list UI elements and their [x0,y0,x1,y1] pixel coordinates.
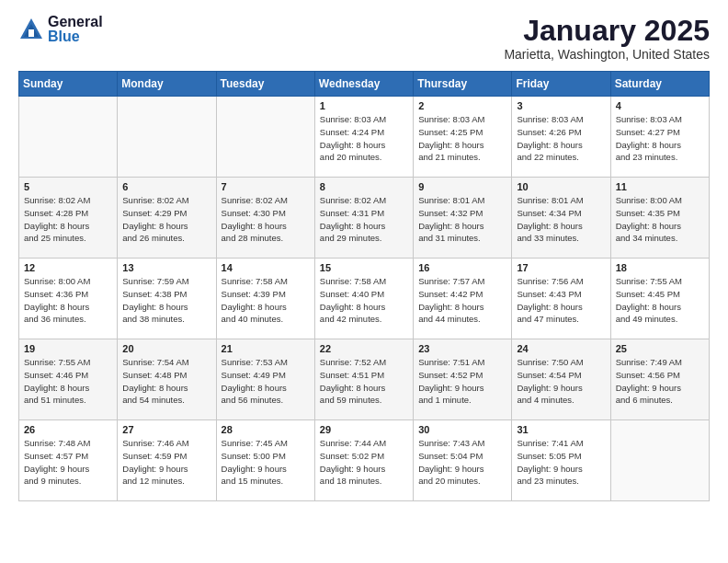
day-info: Sunrise: 8:03 AM Sunset: 4:27 PM Dayligh… [616,113,704,164]
day-info: Sunrise: 7:41 AM Sunset: 5:05 PM Dayligh… [517,437,605,488]
day-info: Sunrise: 7:58 AM Sunset: 4:40 PM Dayligh… [320,275,408,326]
calendar-cell: 15Sunrise: 7:58 AM Sunset: 4:40 PM Dayli… [314,259,413,339]
day-info: Sunrise: 7:55 AM Sunset: 4:46 PM Dayligh… [24,356,112,407]
day-info: Sunrise: 7:58 AM Sunset: 4:39 PM Dayligh… [222,275,310,326]
day-number: 7 [222,181,310,192]
day-info: Sunrise: 7:52 AM Sunset: 4:51 PM Dayligh… [320,356,408,407]
day-info: Sunrise: 7:51 AM Sunset: 4:52 PM Dayligh… [418,356,506,407]
calendar-cell: 29Sunrise: 7:44 AM Sunset: 5:02 PM Dayli… [314,420,413,501]
weekday-header-row: SundayMondayTuesdayWednesdayThursdayFrid… [19,72,710,97]
day-info: Sunrise: 8:00 AM Sunset: 4:35 PM Dayligh… [616,194,704,245]
week-row-1: 1Sunrise: 8:03 AM Sunset: 4:24 PM Daylig… [19,97,710,178]
day-info: Sunrise: 8:02 AM Sunset: 4:28 PM Dayligh… [24,194,112,245]
day-number: 21 [222,343,310,354]
calendar-cell: 4Sunrise: 8:03 AM Sunset: 4:27 PM Daylig… [610,97,709,178]
calendar-cell: 2Sunrise: 8:03 AM Sunset: 4:25 PM Daylig… [414,97,512,178]
day-number: 31 [517,424,605,435]
day-number: 29 [320,424,408,435]
calendar-cell: 26Sunrise: 7:48 AM Sunset: 4:57 PM Dayli… [19,420,118,501]
day-info: Sunrise: 7:57 AM Sunset: 4:42 PM Dayligh… [418,275,506,326]
day-number: 4 [616,100,704,111]
day-info: Sunrise: 7:44 AM Sunset: 5:02 PM Dayligh… [320,437,408,488]
calendar-cell: 10Sunrise: 8:01 AM Sunset: 4:34 PM Dayli… [512,178,610,259]
calendar-cell: 1Sunrise: 8:03 AM Sunset: 4:24 PM Daylig… [314,97,413,178]
day-number: 8 [320,181,408,192]
logo: General Blue [18,15,103,44]
day-info: Sunrise: 8:00 AM Sunset: 4:36 PM Dayligh… [24,275,112,326]
day-number: 19 [24,343,112,354]
day-number: 24 [517,343,605,354]
calendar-cell: 23Sunrise: 7:51 AM Sunset: 4:52 PM Dayli… [414,339,512,420]
weekday-header-wednesday: Wednesday [314,72,413,97]
day-number: 16 [418,262,506,273]
calendar-cell [216,97,314,178]
header: General Blue January 2025 Marietta, Wash… [18,15,710,62]
calendar-cell: 20Sunrise: 7:54 AM Sunset: 4:48 PM Dayli… [118,339,216,420]
logo-general-text: General [48,15,103,29]
week-row-4: 19Sunrise: 7:55 AM Sunset: 4:46 PM Dayli… [19,339,710,420]
weekday-header-monday: Monday [118,72,216,97]
calendar-cell: 7Sunrise: 8:02 AM Sunset: 4:30 PM Daylig… [216,178,314,259]
calendar-cell: 18Sunrise: 7:55 AM Sunset: 4:45 PM Dayli… [610,259,709,339]
logo-blue-text: Blue [48,29,103,44]
day-number: 14 [222,262,310,273]
day-number: 10 [517,181,605,192]
calendar-cell: 6Sunrise: 8:02 AM Sunset: 4:29 PM Daylig… [118,178,216,259]
calendar-cell: 21Sunrise: 7:53 AM Sunset: 4:49 PM Dayli… [216,339,314,420]
calendar-cell: 25Sunrise: 7:49 AM Sunset: 4:56 PM Dayli… [610,339,709,420]
location: Marietta, Washington, United States [504,47,710,62]
day-number: 5 [24,181,112,192]
day-info: Sunrise: 7:53 AM Sunset: 4:49 PM Dayligh… [222,356,310,407]
calendar-cell: 8Sunrise: 8:02 AM Sunset: 4:31 PM Daylig… [314,178,413,259]
weekday-header-friday: Friday [512,72,610,97]
calendar-cell: 27Sunrise: 7:46 AM Sunset: 4:59 PM Dayli… [118,420,216,501]
calendar-cell: 30Sunrise: 7:43 AM Sunset: 5:04 PM Dayli… [414,420,512,501]
day-info: Sunrise: 8:02 AM Sunset: 4:31 PM Dayligh… [320,194,408,245]
day-number: 1 [320,100,408,111]
day-number: 23 [418,343,506,354]
day-number: 11 [616,181,704,192]
week-row-3: 12Sunrise: 8:00 AM Sunset: 4:36 PM Dayli… [19,259,710,339]
day-number: 13 [122,262,210,273]
calendar-cell: 3Sunrise: 8:03 AM Sunset: 4:26 PM Daylig… [512,97,610,178]
day-info: Sunrise: 8:03 AM Sunset: 4:25 PM Dayligh… [418,113,506,164]
calendar-cell: 28Sunrise: 7:45 AM Sunset: 5:00 PM Dayli… [216,420,314,501]
calendar-cell: 12Sunrise: 8:00 AM Sunset: 4:36 PM Dayli… [19,259,118,339]
calendar-cell: 14Sunrise: 7:58 AM Sunset: 4:39 PM Dayli… [216,259,314,339]
day-info: Sunrise: 8:01 AM Sunset: 4:32 PM Dayligh… [418,194,506,245]
calendar-cell: 31Sunrise: 7:41 AM Sunset: 5:05 PM Dayli… [512,420,610,501]
day-number: 30 [418,424,506,435]
day-number: 25 [616,343,704,354]
calendar-cell [19,97,118,178]
day-info: Sunrise: 7:45 AM Sunset: 5:00 PM Dayligh… [222,437,310,488]
day-info: Sunrise: 7:49 AM Sunset: 4:56 PM Dayligh… [616,356,704,407]
day-info: Sunrise: 7:54 AM Sunset: 4:48 PM Dayligh… [122,356,210,407]
calendar-cell: 19Sunrise: 7:55 AM Sunset: 4:46 PM Dayli… [19,339,118,420]
day-number: 9 [418,181,506,192]
weekday-header-saturday: Saturday [610,72,709,97]
weekday-header-tuesday: Tuesday [216,72,314,97]
day-info: Sunrise: 7:48 AM Sunset: 4:57 PM Dayligh… [24,437,112,488]
day-info: Sunrise: 7:55 AM Sunset: 4:45 PM Dayligh… [616,275,704,326]
day-number: 28 [222,424,310,435]
week-row-5: 26Sunrise: 7:48 AM Sunset: 4:57 PM Dayli… [19,420,710,501]
day-number: 3 [517,100,605,111]
day-info: Sunrise: 8:03 AM Sunset: 4:24 PM Dayligh… [320,113,408,164]
day-number: 17 [517,262,605,273]
day-info: Sunrise: 7:59 AM Sunset: 4:38 PM Dayligh… [122,275,210,326]
day-number: 26 [24,424,112,435]
page: General Blue January 2025 Marietta, Wash… [0,0,728,563]
calendar-cell: 13Sunrise: 7:59 AM Sunset: 4:38 PM Dayli… [118,259,216,339]
day-number: 12 [24,262,112,273]
calendar-cell [610,420,709,501]
day-number: 22 [320,343,408,354]
day-info: Sunrise: 7:50 AM Sunset: 4:54 PM Dayligh… [517,356,605,407]
day-info: Sunrise: 7:56 AM Sunset: 4:43 PM Dayligh… [517,275,605,326]
day-info: Sunrise: 8:02 AM Sunset: 4:30 PM Dayligh… [222,194,310,245]
calendar-cell: 24Sunrise: 7:50 AM Sunset: 4:54 PM Dayli… [512,339,610,420]
day-info: Sunrise: 7:43 AM Sunset: 5:04 PM Dayligh… [418,437,506,488]
day-number: 18 [616,262,704,273]
day-number: 15 [320,262,408,273]
day-number: 20 [122,343,210,354]
calendar-cell: 5Sunrise: 8:02 AM Sunset: 4:28 PM Daylig… [19,178,118,259]
